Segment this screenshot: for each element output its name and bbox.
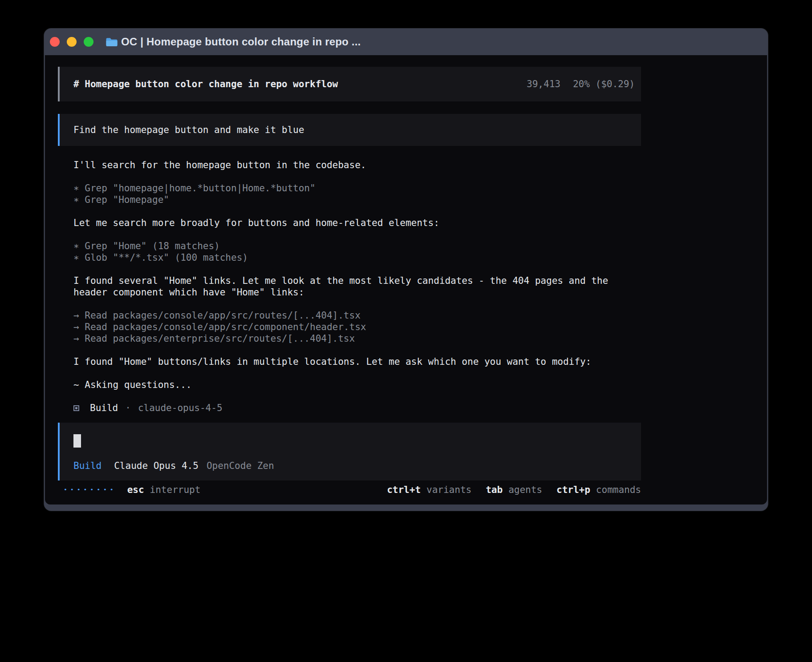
status-right: ctrl+t variants tab agents ctrl+p comman… (387, 484, 641, 496)
working-status: ~ Asking questions... (73, 379, 641, 391)
traffic-lights (50, 37, 93, 47)
shortcut-commands: ctrl+p commands (556, 484, 641, 496)
status-bar: •••••••• esc interrupt ctrl+t variants t… (58, 484, 641, 496)
terminal-window: OC | Homepage button color change in rep… (44, 28, 768, 511)
assistant-text: Let me search more broadly for buttons a… (73, 217, 641, 229)
minimize-button[interactable] (67, 37, 77, 47)
shortcut-label-commands: commands (596, 484, 641, 496)
prompt-input[interactable]: Build Claude Opus 4.5 OpenCode Zen (58, 423, 641, 480)
shortcut-agents: tab agents (486, 484, 542, 496)
agent-model: claude-opus-4-5 (138, 402, 223, 414)
session-title: # Homepage button color change in repo w… (73, 79, 338, 89)
window-title: OC | Homepage button color change in rep… (121, 36, 361, 48)
shortcut-key-tab: tab (486, 484, 503, 496)
tool-call-read: → Read packages/enterprise/src/routes/[.… (73, 333, 641, 344)
agent-icon (73, 405, 79, 411)
shortcut-label-interrupt: interrupt (150, 484, 201, 496)
window-titlebar[interactable]: OC | Homepage button color change in rep… (44, 28, 768, 55)
shortcut-label-agents: agents (508, 484, 542, 496)
tool-call-grep: ∗ Grep "Homepage" (73, 194, 641, 206)
assistant-text: I found several "Home" links. Let me loo… (73, 275, 641, 298)
terminal-content: # Homepage button color change in repo w… (45, 55, 767, 505)
zoom-button[interactable] (84, 37, 93, 47)
shortcut-variants: ctrl+t variants (387, 484, 471, 496)
assistant-text: I'll search for the homepage button in t… (73, 159, 641, 171)
shortcut-key-ctrl-t: ctrl+t (387, 484, 421, 496)
agent-status-line: Build · claude-opus-4-5 (73, 402, 641, 414)
folder-icon (106, 37, 118, 47)
model-name: Claude Opus 4.5 (114, 460, 199, 472)
token-count: 39,413 (527, 79, 560, 89)
tool-call-grep: ∗ Grep "Home" (18 matches) (73, 240, 641, 252)
tool-call-read: → Read packages/console/app/src/routes/[… (73, 310, 641, 321)
tool-call-grep: ∗ Grep "homepage|home.*button|Home.*butt… (73, 182, 641, 194)
text-cursor (73, 434, 81, 448)
tool-call-group: ∗ Grep "homepage|home.*button|Home.*butt… (73, 182, 641, 206)
spinner-dots: •••••••• (64, 484, 117, 496)
close-button[interactable] (50, 37, 60, 47)
model-info-line: Build Claude Opus 4.5 OpenCode Zen (73, 460, 641, 472)
title-group: OC | Homepage button color change in rep… (106, 36, 361, 48)
session-stats: 39,413 20% ($0.29) (527, 79, 635, 89)
context-usage: 20% ($0.29) (573, 79, 635, 89)
session-header: # Homepage button color change in repo w… (58, 67, 641, 101)
shortcut-key-esc: esc (127, 484, 144, 496)
user-message: Find the homepage button and make it blu… (58, 114, 641, 146)
agent-name: Build (90, 402, 118, 414)
model-provider: OpenCode Zen (207, 460, 274, 472)
conversation: I'll search for the homepage button in t… (73, 159, 641, 414)
user-message-text: Find the homepage button and make it blu… (73, 125, 304, 135)
assistant-text: I found "Home" buttons/links in multiple… (73, 356, 641, 367)
tool-call-read: → Read packages/console/app/src/componen… (73, 321, 641, 333)
agent-separator: · (125, 402, 131, 414)
shortcut-key-ctrl-p: ctrl+p (556, 484, 590, 496)
shortcut-label-variants: variants (426, 484, 471, 496)
tool-call-glob: ∗ Glob "**/*.tsx" (100 matches) (73, 252, 641, 263)
status-left: •••••••• esc interrupt (64, 484, 200, 496)
agent-mode-label: Build (73, 460, 102, 472)
tool-call-group: ∗ Grep "Home" (18 matches) ∗ Glob "**/*.… (73, 240, 641, 263)
tool-call-group: → Read packages/console/app/src/routes/[… (73, 310, 641, 344)
